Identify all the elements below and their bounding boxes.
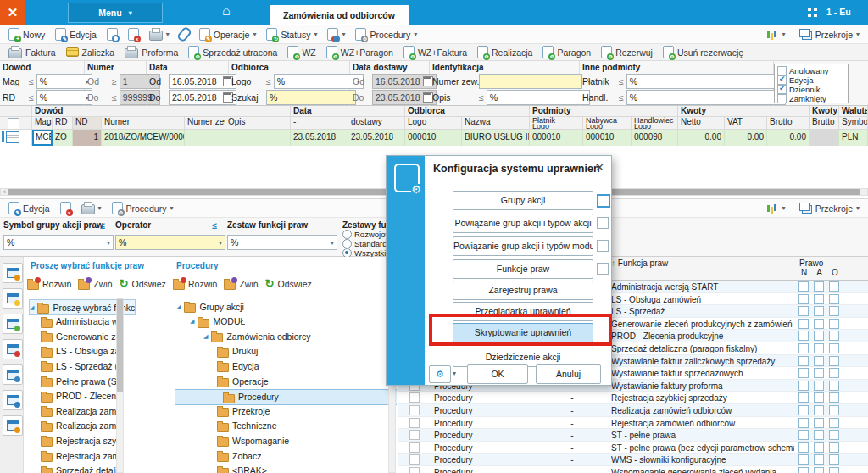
expander-icon[interactable]: ◢ [176, 303, 181, 310]
prawo-checkbox-o[interactable] [829, 343, 839, 353]
tree-item-grupy-akcji[interactable]: ◢Grupy akcji [176, 299, 244, 314]
toolbar-button-wz-faktura[interactable]: WZ+Faktura [399, 44, 471, 60]
prawo-checkbox-o[interactable] [829, 281, 839, 292]
row-checkbox[interactable] [409, 442, 420, 453]
prawo-checkbox-a[interactable] [814, 356, 824, 366]
tree-tool-zwiń[interactable]: Zwiń [78, 277, 112, 290]
prawo-checkbox-n[interactable] [798, 442, 809, 453]
prawo-checkbox-n[interactable] [798, 294, 809, 304]
expander-icon[interactable]: ◢ [30, 304, 34, 311]
sidebar-button-copy-documents-icon[interactable] [3, 364, 23, 385]
toolbar-button-rezerwuj[interactable]: Rezerwuj [597, 44, 657, 60]
dialog-option-checkbox[interactable] [597, 217, 609, 229]
table-col-header-netto[interactable]: Netto [678, 117, 725, 130]
sidebar-button-window-preview-icon[interactable] [3, 263, 23, 283]
prawo-checkbox-o[interactable] [829, 381, 839, 391]
prawo-checkbox-n[interactable] [798, 392, 809, 403]
tree-item-rejestracja-zam[interactable]: Rejestracja zam [41, 448, 120, 463]
prawo-checkbox-o[interactable] [829, 319, 839, 329]
filter-input-data_dostawy-1[interactable]: 23.05.2018 [372, 90, 437, 105]
filter-input-identyfikacja-1[interactable]: % [487, 90, 590, 105]
chevron-down-icon[interactable]: ▾ [98, 204, 102, 212]
toolbar-button-usun-rezerwacje[interactable]: Usuń rezerwację [659, 44, 748, 60]
filter-input-data-1[interactable]: 23.05.2018 [169, 90, 236, 105]
filter-input-dowod-1[interactable]: %▾ [36, 90, 92, 105]
toolbar-button-przekroje[interactable]: Przekroje▾ [795, 201, 864, 215]
permissions-filter-select-1[interactable]: %▾ [115, 235, 225, 250]
table-col-header-nabywca[interactable]: NabywcaLogo [583, 117, 632, 130]
order-row-cell-numer_zew[interactable] [185, 130, 225, 146]
row-checkbox[interactable] [409, 430, 420, 440]
prawo-checkbox-a[interactable] [814, 343, 824, 353]
prawo-checkbox-a[interactable] [814, 418, 824, 428]
prawo-checkbox-n[interactable] [798, 331, 809, 341]
chevron-down-icon[interactable]: ▾ [253, 31, 256, 38]
tree-tool-zwiń[interactable]: Zwiń [224, 277, 258, 290]
sidebar-button-edit-form-icon[interactable] [3, 390, 23, 410]
dialog-option-checkbox[interactable] [597, 263, 609, 275]
chevron-down-icon[interactable]: ▾ [219, 239, 222, 247]
close-icon[interactable]: ✕ [595, 161, 604, 174]
rights-row[interactable]: Procedury-WMS - słowniki konfiguracyjne [398, 454, 868, 466]
toolbar-button-zaliczka[interactable]: Zaliczka [62, 46, 120, 59]
dialog-button-grupy-akcji[interactable]: Grupy akcji [453, 191, 593, 210]
row-checkbox[interactable] [409, 418, 420, 428]
table-col-header-brutto[interactable]: Brutto [767, 117, 810, 130]
toolbar-button-podglad[interactable] [103, 26, 122, 42]
chevron-down-icon[interactable]: ▾ [856, 204, 860, 212]
rights-header-tail[interactable] [844, 257, 868, 281]
filter-input-data_dostawy-0[interactable]: 16.05.2018 [372, 74, 437, 89]
checkbox[interactable] [777, 85, 787, 94]
prawo-checkbox-n[interactable] [798, 418, 809, 428]
tree-item-sprzeda-detali[interactable]: Sprzedaż detali [41, 464, 117, 473]
app-logo-icon[interactable]: ✕ [0, 0, 25, 25]
state-filter-2[interactable]: Dziennik [777, 85, 820, 94]
tree-item-przekroje[interactable]: Przekroje [217, 403, 270, 418]
toolbar-button-operacje[interactable]: Operacje▾ [195, 26, 261, 42]
tree-item-operacje[interactable]: Operacje [217, 374, 269, 388]
tree-item-generowanie-zle[interactable]: Generowanie zle [41, 329, 123, 343]
toolbar-button-paragon[interactable]: Paragon [538, 44, 595, 60]
prawo-checkbox-n[interactable] [798, 467, 809, 473]
tree-item-rejestracja-szyb[interactable]: Rejestracja szyb [41, 433, 121, 448]
prawo-checkbox-a[interactable] [814, 368, 824, 378]
radio-icon[interactable] [342, 239, 352, 248]
tree-item-zam-wienia-odbiorcy[interactable]: ◢Zamówienia odbiorcy [203, 329, 311, 343]
prawo-checkbox-a[interactable] [814, 381, 824, 391]
dialog-option-checkbox[interactable] [597, 194, 610, 208]
tree-item-modu-[interactable]: ◢MODUŁ [190, 314, 245, 329]
order-row-cell-nd[interactable]: 1 [73, 130, 102, 146]
order-row-cell-symbol[interactable]: PLN [839, 130, 868, 146]
prawo-checkbox-a[interactable] [814, 331, 824, 341]
tree-tool-odśwież[interactable]: ↻Odśwież [120, 279, 166, 289]
toolbar-button-wz[interactable]: WZ [283, 44, 320, 60]
chevron-down-icon[interactable]: ▾ [166, 31, 170, 38]
toolbar-button-sprzedaz-utracona[interactable]: Sprzedaż utracona [184, 44, 281, 60]
tab-zamowienia-od-odbiorcow[interactable]: Zamówienia od odbiorców [270, 5, 409, 25]
toolbar-button-drukuj[interactable]: ▾ [145, 26, 174, 42]
order-row-cell-nabywca[interactable]: 000010 [583, 130, 632, 146]
rights-row[interactable]: Procedury-ST - pełne prawa (bez edycji p… [398, 442, 868, 454]
ok-button[interactable]: OK [467, 364, 528, 384]
scroll-left-arrow-icon[interactable]: ‹ [1, 188, 8, 196]
order-row-cell-numer[interactable]: 2018/ZO/MCEW/000001 [102, 130, 185, 146]
permissions-filter-select-2[interactable]: %▾ [227, 235, 337, 250]
rights-header-prawo-cell[interactable]: PrawoNAO [797, 257, 844, 281]
sidebar-button-window-gallery-icon[interactable] [3, 288, 23, 309]
table-col-header-opis[interactable]: Opis [225, 117, 291, 130]
order-row-cell-logo[interactable]: 000010 [405, 130, 462, 146]
toolbar-button-usun[interactable] [124, 26, 143, 42]
order-row-cell-mag[interactable]: MCE [32, 130, 53, 146]
prawo-checkbox-o[interactable] [829, 306, 839, 316]
table-col-header-platnik[interactable]: PłatnikLogo [530, 117, 583, 130]
prawo-checkbox-a[interactable] [814, 454, 824, 465]
order-row-cell-platnik[interactable]: 000010 [530, 130, 583, 146]
order-row-cell-data[interactable]: 23.05.2018 [291, 130, 348, 146]
toolbar-button-wz-paragon[interactable]: WZ+Paragon [322, 44, 398, 60]
sidebar-button-new-note-icon[interactable] [3, 415, 23, 436]
dialog-button-funkcje-praw[interactable]: Funkcje praw [453, 259, 593, 279]
table-col-header-brutto_wal[interactable]: Brutto [810, 117, 839, 130]
tree-tool-odśwież[interactable]: ↻Odśwież [265, 279, 312, 289]
tree-item-drukuj[interactable]: Drukuj [217, 344, 258, 359]
tree-item-realizacja-zam-[interactable]: Realizacja zamó [41, 419, 121, 433]
